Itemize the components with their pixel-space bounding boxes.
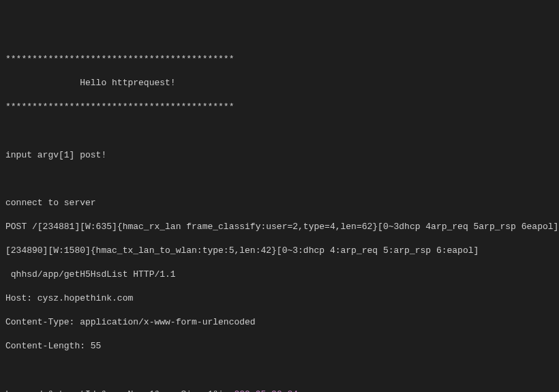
content-length-header-line: Content-Length: 55	[5, 340, 554, 352]
request-body-line: keyword=&streetId=&pageNum=1&pageSize=1&…	[5, 389, 554, 393]
connect-server-line: connect to server	[5, 197, 554, 209]
post-request-line-2: [234890][W:1580]{hmac_tx_lan_to_wlan:typ…	[5, 245, 554, 257]
asterisk-line-top: ****************************************…	[5, 53, 554, 65]
blank-line	[5, 364, 554, 376]
asterisk-line-bottom: ****************************************…	[5, 101, 554, 113]
host-header-line: Host: cysz.hopethink.com	[5, 292, 554, 305]
ip-address-value: 222.95.30.84	[234, 389, 298, 393]
post-request-line-3: qhhsd/app/getH5HsdList HTTP/1.1	[5, 269, 554, 281]
post-request-line-1: POST /[234881][W:635]{hmac_rx_lan frame_…	[5, 221, 554, 233]
content-type-header-line: Content-Type: application/x-www-form-url…	[5, 316, 554, 329]
terminal-output: ****************************************…	[5, 53, 554, 392]
request-body-prefix: keyword=&streetId=&pageNum=1&pageSize=1&…	[5, 389, 234, 393]
input-argv-line: input argv[1] post!	[5, 149, 554, 162]
greeting-line: Hello httprequest!	[5, 77, 554, 89]
blank-line	[5, 125, 554, 137]
blank-line	[5, 173, 554, 185]
